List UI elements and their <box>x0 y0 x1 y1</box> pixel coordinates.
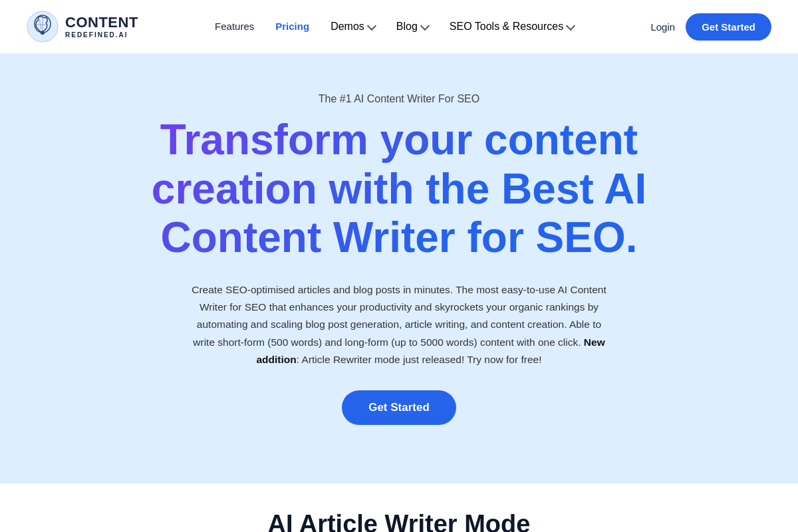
nav-item-features[interactable]: Features <box>215 21 254 33</box>
hero-new-addition-text: : Article Rewriter mode just released! T… <box>297 354 542 365</box>
article-writer-title: AI Article Writer Mode <box>27 510 771 533</box>
nav-item-demos[interactable]: Demos <box>331 21 375 33</box>
chevron-down-icon <box>566 21 575 31</box>
hero-section: The #1 AI Content Writer For SEO Transfo… <box>0 53 798 483</box>
chevron-down-icon <box>367 21 376 31</box>
hero-title: Transform your content creation with the… <box>100 116 698 263</box>
nav-right: Login Get Started <box>650 13 771 41</box>
nav-link-demos[interactable]: Demos <box>331 21 375 33</box>
nav-link-pricing[interactable]: Pricing <box>275 21 309 32</box>
chevron-down-icon <box>420 21 430 31</box>
logo-text: CONTENT REDEFINED.AI <box>65 15 138 38</box>
article-writer-section: AI Article Writer Mode Step 1 Step 2 Ste… <box>0 483 798 533</box>
logo-icon <box>27 11 59 43</box>
nav-item-blog[interactable]: Blog <box>396 21 428 33</box>
hero-subtitle: The #1 AI Content Writer For SEO <box>27 93 771 105</box>
hero-description: Create SEO-optimised articles and blog p… <box>186 281 612 369</box>
nav-item-seo[interactable]: SEO Tools & Resources <box>450 21 574 33</box>
get-started-hero-button[interactable]: Get Started <box>342 390 456 425</box>
logo-brand: CONTENT <box>65 15 138 31</box>
logo-tagline: REDEFINED.AI <box>65 31 138 39</box>
logo[interactable]: CONTENT REDEFINED.AI <box>27 11 138 43</box>
nav-item-pricing[interactable]: Pricing <box>275 21 309 33</box>
svg-rect-5 <box>41 31 45 35</box>
get-started-nav-button[interactable]: Get Started <box>686 13 771 41</box>
nav-links: Features Pricing Demos Blog SEO Tools & … <box>215 21 574 33</box>
nav-link-features[interactable]: Features <box>215 21 254 32</box>
nav-link-blog[interactable]: Blog <box>396 21 428 33</box>
login-button[interactable]: Login <box>650 21 675 33</box>
navbar: CONTENT REDEFINED.AI Features Pricing De… <box>0 0 798 53</box>
nav-link-seo[interactable]: SEO Tools & Resources <box>450 21 574 33</box>
